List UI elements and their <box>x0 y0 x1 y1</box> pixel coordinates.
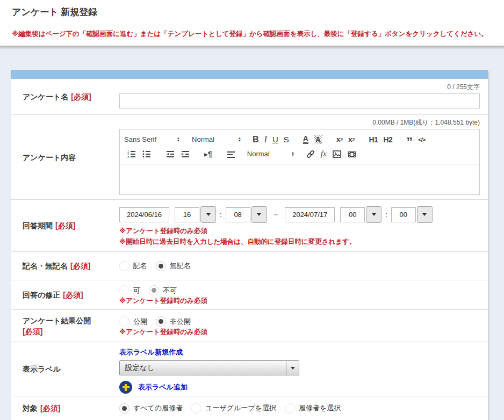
required-badge: [必須] <box>55 221 75 230</box>
text-direction-button[interactable]: ▸¶ <box>201 148 215 161</box>
caret-down-icon <box>372 213 376 216</box>
text-color-icon: A <box>303 135 308 144</box>
image-icon <box>332 149 342 159</box>
end-hour-value[interactable]: 00 <box>340 207 365 222</box>
lineheight-select[interactable]: Normal <box>247 150 294 158</box>
start-hour-value[interactable]: 16 <box>175 207 199 222</box>
formula-button[interactable]: fx <box>318 148 329 161</box>
form-row-answer-period: 回答期間[必須] 16 : 08 ~ <box>11 199 488 251</box>
bullet-list-icon <box>142 149 152 159</box>
form-row-answer-modification: 回答の修正[必須] 可 不可 ※アンケート登録時のみ必須 <box>11 280 488 309</box>
radio-private[interactable] <box>156 316 166 327</box>
form-row-survey-content: アンケート内容 0.00MB / 1MB(残り：1,048,551 byte) … <box>11 114 488 199</box>
font-select[interactable]: Sans Serif <box>124 135 180 143</box>
radio-named[interactable] <box>119 261 129 271</box>
result-publication-note: ※アンケート登録時のみ必須 <box>119 327 480 337</box>
period-note-2: ※開始日時に過去日時を入力した場合は、自動的に登録日時に変更されます。 <box>119 236 480 247</box>
start-minute-dropdown-button[interactable] <box>251 206 267 223</box>
form-row-survey-name: アンケート名[必須] 0 / 255文字 <box>11 79 488 114</box>
video-icon <box>347 149 357 159</box>
code-block-button[interactable]: </> <box>415 133 428 146</box>
header-2-button[interactable]: H2 <box>380 133 395 146</box>
background-color-button[interactable]: A <box>311 133 325 146</box>
form-row-anonymity: 記名・無記名[必須] 記名 無記名 <box>11 251 488 280</box>
end-minute-value[interactable]: 00 <box>391 207 416 222</box>
select-dropdown-button[interactable] <box>286 361 299 375</box>
caret-down-icon <box>291 367 295 370</box>
radio-option-select-students: 履修者を選択 <box>285 403 341 414</box>
subscript-button[interactable]: x2 <box>334 133 345 146</box>
content-editor[interactable] <box>120 164 479 194</box>
form-row-display-label: 表示ラベル 表示ラベル新規作成 設定なし 表示ラベル追加 <box>11 342 488 396</box>
radio-option-modify-allowed: 可 <box>119 285 140 295</box>
end-minute-dropdown-button[interactable] <box>417 206 433 223</box>
start-date-input[interactable] <box>119 207 169 222</box>
link-button[interactable] <box>303 148 318 161</box>
add-display-label-link[interactable]: 表示ラベル追加 <box>138 382 188 392</box>
survey-name-input[interactable] <box>119 93 480 108</box>
header-1-button[interactable]: H1 <box>366 133 381 146</box>
result-publication-label: アンケート結果公開[必須] <box>23 315 91 337</box>
required-badge: [必須] <box>40 404 60 412</box>
modification-note: ※アンケート登録時のみ必須 <box>119 295 480 306</box>
rich-text-editor: Sans Serif Normal B I U S <box>119 129 480 195</box>
outdent-icon <box>165 149 175 159</box>
period-note-1: ※アンケート登録時のみ必須 <box>119 226 480 236</box>
svg-text:3: 3 <box>127 155 129 158</box>
start-minute-value[interactable]: 08 <box>226 207 250 222</box>
outdent-button[interactable] <box>163 148 178 161</box>
radio-user-group[interactable] <box>191 403 201 414</box>
ordered-list-button[interactable]: 1 2 3 <box>124 148 139 161</box>
start-hour-dropdown-button[interactable] <box>200 206 216 223</box>
radio-option-user-group: ユーザグループを選択 <box>191 403 276 414</box>
updown-arrows-icon <box>177 137 180 142</box>
radio-option-all-students: すべての履修者 <box>119 403 183 414</box>
radio-option-named: 記名 <box>119 261 147 271</box>
end-hour-dropdown-button[interactable] <box>366 206 381 223</box>
heading-select[interactable]: Normal <box>192 135 241 143</box>
radio-modify-allowed[interactable] <box>119 285 129 295</box>
add-plus-icon[interactable] <box>119 381 132 394</box>
card-accent-bar <box>11 70 488 79</box>
align-select[interactable] <box>224 148 239 161</box>
blockquote-button[interactable]: ” <box>404 133 415 146</box>
radio-public[interactable] <box>119 316 129 327</box>
required-badge: [必須] <box>23 326 91 337</box>
required-badge: [必須] <box>70 262 90 270</box>
indent-button[interactable] <box>178 148 193 161</box>
strikethrough-button[interactable]: S <box>281 133 292 146</box>
survey-form-card: アンケート名[必須] 0 / 255文字 アンケート内容 0.00MB / 1M… <box>11 70 488 420</box>
display-label-select[interactable]: 設定なし <box>119 360 299 375</box>
editor-toolbar: Sans Serif Normal B I U S <box>120 129 479 164</box>
answer-period-label: 回答期間[必須] <box>23 220 75 231</box>
video-button[interactable] <box>344 148 359 161</box>
caret-down-icon <box>206 213 211 216</box>
text-color-button[interactable]: A <box>300 133 311 146</box>
italic-button[interactable]: I <box>262 133 270 146</box>
time-colon: : <box>220 211 222 219</box>
updown-arrows-icon <box>291 151 294 157</box>
required-badge: [必須] <box>63 291 83 299</box>
underline-button[interactable]: U <box>270 133 281 146</box>
form-row-result-publication: アンケート結果公開[必須] 公開 非公開 ※アンケート登録時のみ必須 <box>11 309 488 342</box>
caret-down-icon <box>422 213 427 216</box>
size-counter: 0.00MB / 1MB(残り：1,048,551 byte) <box>119 118 480 127</box>
form-row-target: 対象[必須] すべての履修者 ユーザグループを選択 履修者を選択 <box>11 396 488 420</box>
radio-select-students[interactable] <box>285 403 295 414</box>
display-label-label: 表示ラベル <box>23 364 61 374</box>
radio-anonymous[interactable] <box>156 261 166 271</box>
survey-name-label: アンケート名[必須] <box>23 91 91 102</box>
image-button[interactable] <box>329 148 344 161</box>
superscript-button[interactable]: x2 <box>345 133 357 146</box>
radio-modify-not-allowed[interactable] <box>149 285 159 295</box>
bullet-list-button[interactable] <box>139 148 154 161</box>
end-minute-combobox: 00 <box>391 206 433 223</box>
anonymity-label: 記名・無記名[必須] <box>23 260 90 271</box>
bold-button[interactable]: B <box>250 133 262 146</box>
radio-all-students[interactable] <box>119 403 129 414</box>
main-area: アンケート名[必須] 0 / 255文字 アンケート内容 0.00MB / 1M… <box>0 47 504 420</box>
end-date-input[interactable] <box>285 207 335 222</box>
start-minute-combobox: 08 <box>226 206 267 223</box>
edit-notice-text: ※編集後はページ下の「確認画面に進む」または「テンプレートとして登録」から確認画… <box>12 30 504 39</box>
create-display-label-link[interactable]: 表示ラベル新規作成 <box>119 348 183 356</box>
